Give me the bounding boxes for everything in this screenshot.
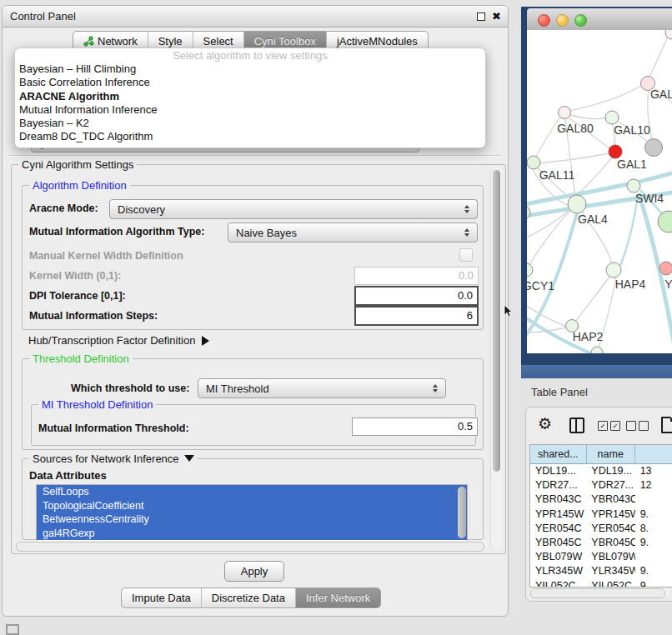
- float-window-icon[interactable]: [477, 12, 485, 21]
- hub-section-label[interactable]: Hub/Transcription Factor Definition: [28, 334, 209, 347]
- mi-type-combo[interactable]: Naive Bayes: [228, 222, 478, 242]
- node-salmon[interactable]: [659, 262, 672, 275]
- tab-discretize-data[interactable]: Discretize Data: [202, 588, 296, 608]
- node-label-swi4: SWI4: [635, 192, 664, 205]
- data-attributes-list[interactable]: SelfLoopsTopologicalCoefficientBetweenne…: [36, 484, 468, 542]
- table-row[interactable]: YBR043CYBR043C: [530, 492, 672, 507]
- settings-hscrollbar[interactable]: [15, 541, 489, 550]
- algorithm-option-basic-correlation-inference[interactable]: Basic Correlation Inference: [15, 76, 485, 89]
- network-view-window: GALGAL80GAL10GAL1GAL11SWI4GAL4GCY1HAP4YH…: [521, 7, 672, 378]
- deselect-all-icon[interactable]: [626, 421, 649, 431]
- tab-impute-data[interactable]: Impute Data: [122, 588, 202, 608]
- table-row[interactable]: YER054CYER054C8.: [530, 522, 672, 536]
- column-header-2[interactable]: [635, 445, 672, 464]
- close-traffic-light-icon[interactable]: [538, 14, 550, 27]
- table-cell: YPR145W: [586, 508, 634, 522]
- network-edge[interactable]: [570, 115, 605, 119]
- separator: [9, 155, 501, 157]
- threshold-definition-group: Threshold Definition Which threshold to …: [22, 358, 484, 450]
- mi-threshold-field[interactable]: 0.5: [352, 418, 478, 436]
- tab-label: Network: [98, 35, 138, 48]
- network-edge[interactable]: [649, 35, 669, 77]
- node-attribute-table[interactable]: shared...nameYDL19...YDL19...13YDR27...Y…: [529, 444, 672, 588]
- collapse-down-icon[interactable]: [184, 455, 194, 462]
- node-gcy1[interactable]: [527, 263, 533, 277]
- column-header-name[interactable]: name: [587, 445, 635, 464]
- column-layout-icon[interactable]: [569, 418, 584, 433]
- table-row[interactable]: YLR345WYLR345W9.: [530, 564, 672, 578]
- table-cell: YBR043C: [530, 492, 586, 507]
- aracne-mode-combo[interactable]: Discovery: [109, 199, 478, 219]
- node-gal80[interactable]: [559, 107, 571, 119]
- function-builder-icon[interactable]: [661, 417, 672, 433]
- mi-steps-field[interactable]: 6: [354, 306, 479, 326]
- node-gray[interactable]: [645, 139, 663, 157]
- settings-vscrollbar[interactable]: [490, 168, 502, 549]
- mi-threshold-title: MI Threshold Definition: [38, 398, 156, 411]
- dock-grip-icon[interactable]: [6, 624, 19, 635]
- algorithm-dropdown-popup: Select algorithm to view settings Bayesi…: [14, 48, 486, 148]
- select-all-icon[interactable]: ✓✓: [598, 421, 620, 431]
- algorithm-option-bayesian-hill-climbing[interactable]: Bayesian – Hill Climbing: [15, 62, 485, 76]
- control-panel-title: Control Panel: [10, 6, 76, 27]
- attribute-item-selfloops[interactable]: SelfLoops: [37, 485, 467, 499]
- table-row[interactable]: YBR045CYBR045C9.: [530, 536, 672, 550]
- algorithm-option-aracne-algorithm[interactable]: ARACNE Algorithm: [15, 90, 485, 103]
- network-edge[interactable]: [529, 209, 572, 265]
- node-big-green[interactable]: [658, 211, 672, 232]
- attribute-item-betweennesscentrality[interactable]: BetweennessCentrality: [37, 512, 467, 527]
- node-top-partial[interactable]: [665, 30, 672, 39]
- algorithm-option-dream8-dc-tdc-algorithm[interactable]: Dream8 DC_TDC Algorithm: [15, 130, 485, 143]
- sources-group-title[interactable]: Sources for Network Inference: [29, 452, 198, 465]
- mi-type-value: Naive Bayes: [228, 227, 460, 239]
- expand-right-icon[interactable]: [202, 336, 209, 346]
- zoom-traffic-light-icon[interactable]: [574, 14, 587, 27]
- node-gal4[interactable]: [568, 195, 586, 213]
- network-canvas[interactable]: GALGAL80GAL10GAL1GAL11SWI4GAL4GCY1HAP4YH…: [527, 30, 672, 353]
- list-scrollbar[interactable]: [458, 487, 466, 538]
- kernel-width-field[interactable]: 0.0: [354, 267, 479, 285]
- algorithm-option-mutual-information-inference[interactable]: Mutual Information Inference: [15, 103, 485, 117]
- manual-kernel-checkbox[interactable]: [459, 248, 473, 262]
- node-swi4[interactable]: [627, 179, 640, 192]
- gear-icon[interactable]: ⚙: [538, 414, 552, 432]
- node-label-gal80: GAL80: [557, 122, 594, 135]
- network-edge[interactable]: [539, 153, 609, 163]
- table-panel-card: ⚙ ✓✓ shared...nameYDL19...YDL19...13YDR2…: [525, 407, 672, 602]
- hub-section-text: Hub/Transcription Factor Definition: [28, 334, 195, 347]
- minimize-traffic-light-icon[interactable]: [556, 14, 569, 27]
- control-panel-titlebar: Control Panel ✖: [3, 6, 508, 28]
- table-row[interactable]: YIL052CYIL052C9: [530, 579, 672, 588]
- mouse-cursor: [504, 305, 514, 322]
- algorithm-option-bayesian-k2[interactable]: Bayesian – K2: [15, 117, 485, 130]
- table-panel-title: Table Panel: [531, 386, 588, 398]
- table-row[interactable]: YBL079WYBL079W: [530, 550, 672, 564]
- attribute-item-gal4rgexp[interactable]: gal4RGexp: [37, 527, 467, 541]
- node-hap4[interactable]: [606, 262, 621, 278]
- node-gal1[interactable]: [609, 145, 622, 158]
- network-edge[interactable]: [570, 86, 641, 111]
- tab-infer-network[interactable]: Infer Network: [296, 588, 380, 608]
- settings-hscrollbar-thumb[interactable]: [16, 542, 484, 552]
- table-row[interactable]: YDL19...YDL19...13: [530, 464, 672, 478]
- settings-vscrollbar-thumb[interactable]: [493, 170, 500, 472]
- dpi-tolerance-field[interactable]: 0.0: [354, 286, 479, 306]
- combo-stepper-icon: [429, 384, 445, 392]
- node-bottom-partial[interactable]: [591, 347, 603, 353]
- table-hscrollbar-thumb[interactable]: [530, 588, 665, 598]
- table-cell: YDR27...: [530, 478, 586, 492]
- which-threshold-combo[interactable]: MI Threshold: [198, 378, 446, 398]
- table-cell: YBL079W: [530, 550, 586, 564]
- table-cell: YLR345W: [586, 564, 634, 578]
- node-gal11[interactable]: [527, 156, 540, 169]
- close-icon[interactable]: ✖: [492, 6, 501, 27]
- column-header-shared[interactable]: shared...: [530, 445, 587, 464]
- table-hscrollbar[interactable]: [529, 588, 669, 597]
- attribute-item-topologicalcoefficient[interactable]: TopologicalCoefficient: [37, 499, 467, 513]
- table-row[interactable]: YPR145WYPR145W9.: [530, 508, 672, 522]
- apply-button[interactable]: Apply: [224, 561, 284, 582]
- table-cell: 8.: [635, 522, 672, 536]
- network-edge[interactable]: [575, 276, 610, 322]
- node-gal10[interactable]: [605, 111, 619, 124]
- table-row[interactable]: YDR27...YDR27...12: [530, 478, 672, 492]
